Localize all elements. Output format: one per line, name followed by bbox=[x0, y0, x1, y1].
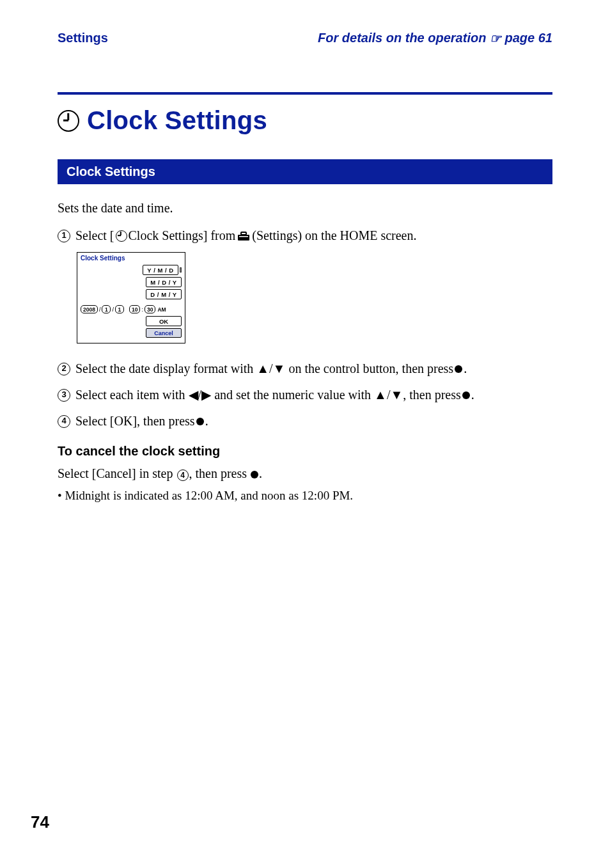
lead-description: Sets the date and time. bbox=[58, 201, 552, 216]
section-heading-bar: Clock Settings bbox=[58, 159, 552, 184]
separator: : bbox=[141, 306, 143, 313]
toolbox-icon bbox=[237, 231, 250, 241]
center-button-icon bbox=[455, 365, 462, 373]
title-rule bbox=[58, 92, 552, 95]
step-number-2: 2 bbox=[58, 363, 70, 375]
scrollbar-indicator bbox=[180, 267, 182, 272]
step-number-1: 1 bbox=[58, 230, 70, 242]
year-field[interactable]: 2008 bbox=[81, 305, 98, 313]
cancel-text-a: Select [Cancel] in step bbox=[58, 466, 176, 480]
date-time-row: 2008 / 1 / 1 10 : 30 AM bbox=[77, 304, 185, 316]
cancel-text-c: . bbox=[259, 466, 262, 480]
step-1-text-c: (Settings) on the HOME screen. bbox=[252, 226, 416, 246]
svg-rect-0 bbox=[238, 235, 249, 241]
cancel-instruction: Select [Cancel] in step 4, then press . bbox=[58, 464, 552, 483]
header-crossref: For details on the operation ☞ page 61 bbox=[318, 31, 552, 46]
step-1: 1 Select [ Clock Settings] from (Setting… bbox=[58, 226, 552, 246]
header-section-name: Settings bbox=[58, 31, 108, 45]
step-4: 4 Select [OK], then press . bbox=[58, 411, 552, 431]
cancel-button[interactable]: Cancel bbox=[146, 328, 182, 338]
page-title: Clock Settings bbox=[87, 106, 267, 135]
note-bullet: • Midnight is indicated as 12:00 AM, and… bbox=[58, 487, 552, 505]
step-number-3: 3 bbox=[58, 389, 70, 402]
cancel-text-b: , then press bbox=[189, 466, 251, 480]
step-4-text: Select [OK], then press bbox=[75, 411, 195, 431]
ui-screenshot: Clock Settings Y / M / D M / D / Y D / M… bbox=[77, 252, 552, 343]
format-option-mdy[interactable]: M / D / Y bbox=[146, 277, 182, 287]
step-2: 2 Select the date display format with ▲/… bbox=[58, 359, 552, 379]
header-crossref-page: page 61 bbox=[501, 31, 552, 45]
center-button-icon bbox=[251, 471, 258, 478]
clock-icon bbox=[116, 230, 127, 242]
page-title-row: Clock Settings bbox=[58, 106, 552, 135]
svg-rect-2 bbox=[239, 236, 248, 237]
subheading-cancel: To cancel the clock setting bbox=[58, 444, 552, 459]
step-reference-4: 4 bbox=[177, 470, 189, 481]
center-button-icon bbox=[196, 418, 204, 425]
screenshot-title: Clock Settings bbox=[77, 253, 185, 265]
format-option-dmy[interactable]: D / M / Y bbox=[146, 289, 182, 299]
svg-rect-1 bbox=[241, 232, 246, 235]
page-number: 74 bbox=[31, 812, 49, 832]
month-field[interactable]: 1 bbox=[102, 305, 111, 313]
step-number-4: 4 bbox=[58, 415, 70, 428]
hour-field[interactable]: 10 bbox=[129, 305, 140, 313]
separator: / bbox=[112, 306, 114, 313]
step-1-text-a: Select [ bbox=[75, 226, 114, 246]
ampm-label: AM bbox=[157, 306, 166, 313]
hand-pointer-icon: ☞ bbox=[490, 31, 501, 46]
format-option-ymd[interactable]: Y / M / D bbox=[143, 265, 178, 275]
ok-button[interactable]: OK bbox=[146, 316, 182, 326]
step-3-text: Select each item with ◀/▶ and set the nu… bbox=[75, 385, 461, 405]
step-1-text-b: Clock Settings] from bbox=[129, 226, 236, 246]
minute-field[interactable]: 30 bbox=[145, 305, 155, 313]
separator: / bbox=[99, 306, 101, 313]
step-2-end: . bbox=[464, 359, 467, 379]
center-button-icon bbox=[462, 391, 470, 399]
header-crossref-prefix: For details on the operation bbox=[318, 31, 490, 45]
page-header: Settings For details on the operation ☞ … bbox=[58, 31, 552, 46]
clock-icon bbox=[58, 110, 79, 132]
step-3: 3 Select each item with ◀/▶ and set the … bbox=[58, 385, 552, 405]
step-3-end: . bbox=[471, 385, 474, 405]
day-field[interactable]: 1 bbox=[115, 305, 124, 313]
step-2-text: Select the date display format with ▲/▼ … bbox=[75, 359, 453, 379]
step-4-end: . bbox=[205, 411, 208, 431]
